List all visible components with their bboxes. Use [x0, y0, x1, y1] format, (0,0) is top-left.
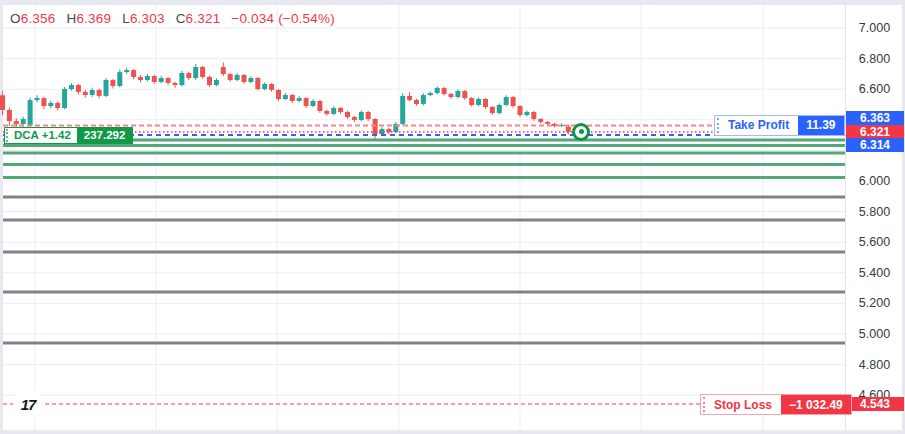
dca-position-label[interactable]: DCA +1.42 237.292 — [4, 127, 133, 144]
candle-body — [262, 84, 267, 89]
candle-body — [483, 99, 488, 107]
candle-body — [28, 100, 33, 125]
candle-body — [97, 90, 102, 96]
candle-body — [317, 101, 322, 111]
stop-loss-label[interactable]: Stop Loss −1 032.49 — [700, 394, 852, 415]
candle-body — [469, 98, 474, 105]
candle-body — [290, 95, 295, 101]
candle-body — [476, 99, 481, 105]
candle-body — [538, 119, 543, 122]
last-price-badge: 6.321 — [846, 125, 904, 139]
legend-open: O6.356 — [10, 11, 56, 26]
candle-body — [455, 91, 460, 97]
price-tick-label: 4.800 — [846, 358, 903, 372]
candle-body — [152, 76, 157, 82]
candle-body — [186, 73, 191, 78]
order-fill-marker-icon[interactable] — [572, 123, 590, 141]
candle-body — [497, 105, 502, 113]
price-tick-label: 5.400 — [846, 266, 903, 280]
dca-label-value: 237.292 — [77, 128, 133, 143]
stop-loss-value: −1 032.49 — [781, 395, 851, 414]
candle-body — [69, 85, 74, 89]
candle-body — [524, 112, 529, 115]
candle-body — [297, 98, 302, 101]
candle-body — [145, 76, 150, 80]
stop-loss-text: Stop Loss — [710, 395, 781, 414]
candle-body — [159, 78, 164, 82]
tradingview-logo[interactable]: 17 — [13, 389, 43, 419]
price-tick-label: 7.000 — [846, 21, 903, 35]
candle-body — [311, 101, 316, 106]
candle-body — [248, 78, 253, 82]
candle-body — [338, 108, 343, 112]
candle-body — [166, 78, 171, 83]
price-tick-label: 5.000 — [846, 327, 903, 341]
price-tick-label: 5.200 — [846, 296, 903, 310]
drag-handle-icon[interactable] — [703, 397, 710, 412]
price-tick-label: 5.800 — [846, 205, 903, 219]
candle-body — [0, 95, 5, 110]
take-profit-label[interactable]: Take Profit 11.39 — [714, 115, 845, 136]
candle-body — [283, 95, 288, 99]
candle-body — [331, 108, 336, 114]
candle-body — [228, 74, 233, 80]
price-tick-label: 6.000 — [846, 174, 903, 188]
candle-body — [304, 98, 309, 106]
take-profit-price-badge: 6.363 — [846, 111, 904, 125]
candle-body — [359, 112, 364, 120]
legend-low: L6.303 — [122, 11, 165, 26]
candle-body — [421, 95, 426, 104]
candle-body — [48, 103, 53, 106]
candle-body — [104, 80, 109, 96]
price-tick-label: 5.600 — [846, 235, 903, 249]
candlestick-plot[interactable] — [0, 0, 905, 434]
candle-body — [62, 89, 67, 108]
candle-body — [490, 107, 495, 113]
candle-body — [55, 103, 60, 108]
dca-label-text: DCA +1.42 — [12, 128, 77, 143]
candle-body — [518, 106, 523, 115]
candle-body — [90, 90, 95, 95]
price-tick-label: 6.800 — [846, 52, 903, 66]
candle-body — [138, 77, 143, 80]
candle-body — [7, 110, 12, 121]
candle-body — [242, 75, 247, 82]
price-tick-label: 6.600 — [846, 82, 903, 96]
candle-body — [214, 80, 219, 85]
candle-body — [255, 78, 260, 89]
candle-body — [531, 112, 536, 119]
candle-body — [511, 97, 516, 106]
candle-body — [131, 70, 136, 77]
stop-loss-price-badge: 4.543 — [846, 397, 904, 411]
legend-change: −0.034 (−0.54%) — [231, 11, 335, 26]
candle-body — [545, 122, 550, 124]
candle-body — [269, 84, 274, 90]
ohlc-legend: O6.356 H6.369 L6.303 C6.321 −0.034 (−0.5… — [10, 11, 342, 26]
candle-body — [76, 85, 81, 92]
drag-handle-icon[interactable] — [717, 118, 724, 133]
candle-body — [235, 75, 240, 80]
candle-body — [504, 97, 509, 105]
candle-body — [35, 98, 40, 100]
candle-body — [366, 112, 371, 119]
candle-body — [207, 77, 212, 85]
candle-body — [173, 83, 178, 85]
candle-body — [407, 96, 412, 100]
candle-body — [193, 67, 198, 78]
tradingview-chart-screenshot: { "legend": { "o_label": "O", "o": "6.35… — [0, 0, 905, 434]
candle-body — [428, 93, 433, 95]
take-profit-text: Take Profit — [724, 116, 798, 135]
candle-body — [117, 72, 122, 86]
candle-body — [110, 80, 115, 86]
candle-body — [462, 91, 467, 98]
candle-body — [566, 127, 571, 132]
candle-body — [14, 121, 19, 124]
legend-close: C6.321 — [176, 11, 221, 26]
candle-body — [449, 94, 454, 97]
marker-dot-icon — [579, 129, 584, 134]
candle-body — [41, 98, 46, 106]
candle-body — [21, 119, 26, 124]
candle-body — [345, 112, 350, 117]
candle-body — [442, 88, 447, 94]
candle-body — [221, 67, 226, 74]
